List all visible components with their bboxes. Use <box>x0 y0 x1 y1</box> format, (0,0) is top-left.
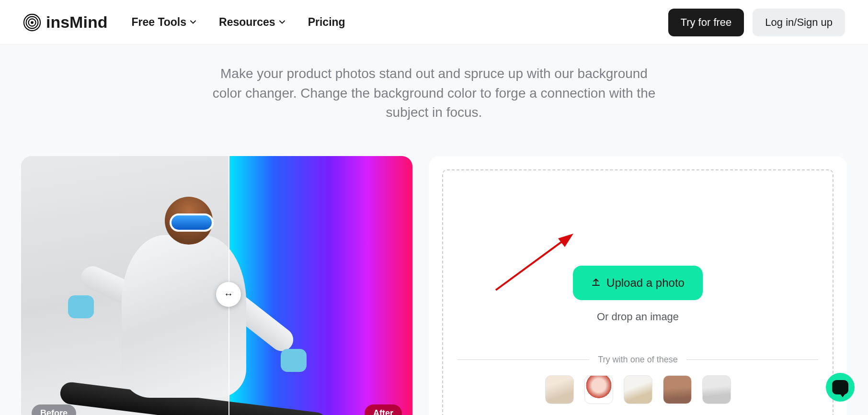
drop-hint: Or drop an image <box>597 311 679 323</box>
nav-label: Free Tools <box>131 16 186 29</box>
chat-fab[interactable] <box>826 373 855 402</box>
brand-logo[interactable]: insMind <box>23 13 107 32</box>
subject-snowboarder-illustration <box>50 178 288 415</box>
brand-name: insMind <box>46 13 107 32</box>
upload-dropzone[interactable]: Upload a photo Or drop an image Try with… <box>442 169 834 415</box>
nav-item-resources[interactable]: Resources <box>219 16 286 29</box>
logo-icon <box>23 13 41 32</box>
nav-item-free-tools[interactable]: Free Tools <box>131 16 197 29</box>
sample-label: Try with one of these <box>598 355 677 365</box>
nav-label: Resources <box>219 16 275 29</box>
main-nav: Free Tools Resources Pricing <box>131 16 668 29</box>
sample-divider: Try with one of these <box>457 355 818 365</box>
sample-cat[interactable] <box>702 375 731 404</box>
sample-thumbnails <box>457 375 818 404</box>
login-signup-button[interactable]: Log in/Sign up <box>753 9 845 36</box>
nav-item-pricing[interactable]: Pricing <box>308 16 345 29</box>
svg-point-3 <box>31 21 34 24</box>
sample-cosmetics[interactable] <box>545 375 574 404</box>
content-row: ↔ Before After Upload a photo Or drop an… <box>0 156 868 415</box>
upload-button[interactable]: Upload a photo <box>573 266 703 300</box>
chevron-down-icon <box>278 16 286 29</box>
sample-section: Try with one of these <box>457 355 818 404</box>
before-badge: Before <box>32 404 76 415</box>
try-free-button[interactable]: Try for free <box>668 9 744 36</box>
drag-horizontal-icon: ↔ <box>224 289 233 300</box>
sample-handbag[interactable] <box>624 375 652 404</box>
site-header: insMind Free Tools Resources Pricing Try… <box>0 0 868 45</box>
compare-slider-handle[interactable]: ↔ <box>216 282 241 307</box>
main-content: Make your product photos stand out and s… <box>0 45 868 415</box>
header-actions: Try for free Log in/Sign up <box>668 9 845 36</box>
after-badge: After <box>365 404 402 415</box>
chat-icon <box>832 380 848 394</box>
before-after-compare: ↔ Before After <box>21 156 412 415</box>
upload-panel: Upload a photo Or drop an image Try with… <box>429 156 847 415</box>
chevron-down-icon <box>189 16 197 29</box>
hero-description: Make your product photos stand out and s… <box>206 45 662 156</box>
nav-label: Pricing <box>308 16 345 29</box>
upload-icon <box>591 276 601 290</box>
upload-button-label: Upload a photo <box>606 276 685 290</box>
sample-portrait-woman[interactable] <box>584 375 613 404</box>
sample-tall-bottle[interactable] <box>663 375 692 404</box>
